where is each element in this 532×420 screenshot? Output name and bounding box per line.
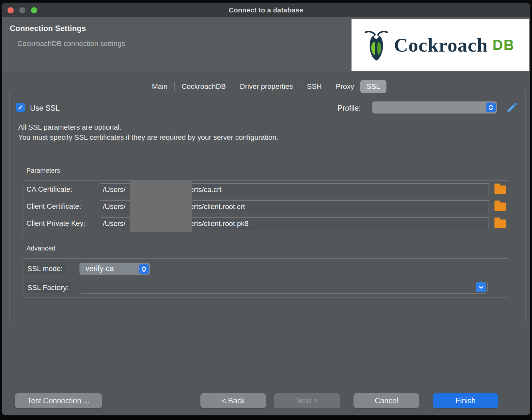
ssl-mode-value: verify-ca xyxy=(86,264,114,273)
browse-client-private-key-button[interactable] xyxy=(493,217,507,230)
tab-cockroachdb[interactable]: CockroachDB xyxy=(175,80,232,93)
minimize-icon[interactable] xyxy=(19,7,25,13)
ssl-factory-label: SSL Factory: xyxy=(25,283,71,292)
tab-separator xyxy=(300,82,300,91)
tab-separator xyxy=(174,82,175,91)
cockroach-bug-icon xyxy=(365,29,388,61)
client-certificate-label: Client Certificate: xyxy=(26,202,81,211)
edit-profile-button[interactable] xyxy=(506,102,517,113)
redaction-overlay xyxy=(130,181,192,232)
title-bar: Connect to a database xyxy=(2,3,530,17)
dialog-content: Main CockroachDB Driver properties SSH P… xyxy=(2,74,530,415)
browse-ca-certificate-button[interactable] xyxy=(493,183,507,196)
tab-driver-properties[interactable]: Driver properties xyxy=(234,80,299,93)
traffic-lights xyxy=(8,7,37,13)
use-ssl-label: Use SSL xyxy=(30,104,60,113)
ca-certificate-label: CA Certificate: xyxy=(26,185,72,194)
folder-icon xyxy=(494,219,506,228)
page-title: Connection Settings xyxy=(10,24,86,33)
pencil-icon xyxy=(506,102,517,113)
cockroachdb-logo: Cockroach DB xyxy=(352,19,529,71)
zoom-icon[interactable] xyxy=(31,7,37,13)
path-suffix: /certs/client.root.pk8 xyxy=(184,219,249,228)
ssl-mode-label: SSL mode: xyxy=(25,265,65,273)
close-icon[interactable] xyxy=(8,7,14,13)
finish-button[interactable]: Finish xyxy=(433,393,498,408)
use-ssl-checkbox[interactable]: ✓ xyxy=(16,103,25,112)
ssl-mode-label-text: SSL mode: xyxy=(25,263,65,274)
back-button[interactable]: < Back xyxy=(200,393,266,408)
profile-label: Profile: xyxy=(337,104,361,113)
path-prefix: /Users/ xyxy=(103,219,126,228)
page-subtitle: CockroachDB connection settings xyxy=(17,40,125,48)
checkmark-icon: ✓ xyxy=(18,104,23,111)
chevron-down-icon[interactable] xyxy=(476,282,486,292)
browse-client-certificate-button[interactable] xyxy=(493,200,507,213)
tab-ssl[interactable]: SSL xyxy=(360,80,386,93)
ssl-factory-combo[interactable] xyxy=(80,281,488,294)
ssl-info-line-1: All SSL parameters are optional. xyxy=(18,123,121,132)
client-private-key-label: Client Private Key: xyxy=(26,219,86,228)
tab-separator xyxy=(329,82,329,91)
advanced-group-label: Advanced xyxy=(26,245,55,252)
profile-dropdown[interactable] xyxy=(372,102,497,113)
up-down-chevrons-icon xyxy=(486,103,496,112)
logo-db-suffix: DB xyxy=(493,37,515,53)
ssl-factory-label-text: SSL Factory: xyxy=(25,282,71,293)
folder-icon xyxy=(494,202,506,211)
ssl-mode-dropdown[interactable]: verify-ca xyxy=(80,263,150,275)
folder-icon xyxy=(494,186,506,194)
tab-bar: Main CockroachDB Driver properties SSH P… xyxy=(2,80,530,93)
logo-wordmark: Cockroach xyxy=(394,34,488,57)
next-button: Next > xyxy=(274,393,340,408)
path-prefix: /Users/ xyxy=(103,202,126,211)
dialog-header: Connection Settings CockroachDB connecti… xyxy=(2,17,530,73)
parameters-group-label: Parameters xyxy=(26,167,60,174)
test-connection-button[interactable]: Test Connection ... xyxy=(15,393,102,408)
path-prefix: /Users/ xyxy=(103,186,126,194)
ssl-info-line-2: You must specify SSL certificates if the… xyxy=(18,133,278,142)
tab-ssh[interactable]: SSH xyxy=(301,80,328,93)
tab-main[interactable]: Main xyxy=(146,80,174,93)
cancel-button[interactable]: Cancel xyxy=(353,393,419,408)
tab-proxy[interactable]: Proxy xyxy=(330,80,360,93)
window-title: Connect to a database xyxy=(229,6,303,14)
connect-database-dialog: Connect to a database Connection Setting… xyxy=(2,3,530,415)
up-down-chevrons-icon xyxy=(139,264,149,274)
path-suffix: /certs/client.root.crt xyxy=(184,202,245,211)
tab-separator xyxy=(233,82,233,91)
